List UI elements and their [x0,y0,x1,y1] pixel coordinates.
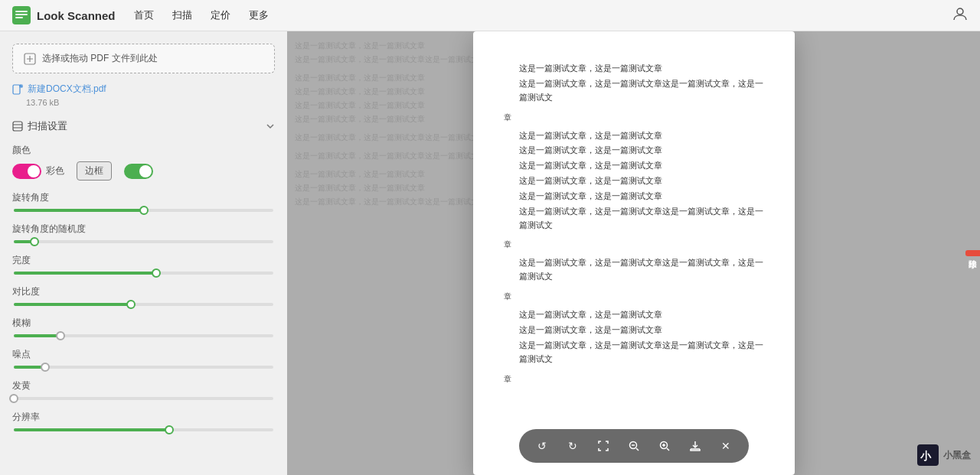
header: Look Scanned 首页 扫描 定价 更多 [0,0,980,31]
bw-toggle[interactable] [124,164,153,179]
resolution-track[interactable] [14,428,273,431]
noise-label: 噪点 [12,348,275,361]
settings-icon [12,121,23,132]
settings-title: 扫描设置 [12,119,67,133]
blur-track[interactable] [14,334,273,337]
resolution-label: 分辨率 [12,411,275,424]
bottom-logo: 小 小黑盒 [917,444,971,466]
yellowing-slider-container: 发黄 [12,379,275,400]
bw-button[interactable]: 边框 [77,161,112,181]
doc-bullet-3: 章 [504,291,764,302]
doc-line-2: 这是一篇测试文章，这是一篇测试文章这是一篇测试文章，这是一篇测试文 [504,77,764,105]
doc-bullet-2: 章 [504,239,764,250]
blur-label: 模糊 [12,317,275,330]
logo-icon [12,6,31,24]
chevron-down-icon [266,122,275,131]
user-icon[interactable] [952,6,968,24]
watermark-badge[interactable]: 移除水印 [965,250,980,256]
logo: Look Scanned [12,6,116,24]
download-button[interactable] [684,435,706,457]
nav-more[interactable]: 更多 [249,8,269,22]
blur-fill [14,334,60,337]
rotation-rand-thumb[interactable] [30,237,39,246]
settings-header[interactable]: 扫描设置 [12,119,275,133]
nav-scan[interactable]: 扫描 [172,8,192,22]
sidebar: 选择或拖动 PDF 文件到此处 新建DOCX文档.pdf 13.76 kB [0,31,287,475]
yellowing-thumb[interactable] [9,394,18,403]
svg-rect-6 [13,85,20,94]
svg-rect-8 [13,122,22,131]
contrast-thumb[interactable] [126,300,136,309]
doc-line-10: 这是一篇测试文章，这是一篇测试文章 [504,308,764,322]
color-label: 颜色 [12,144,275,157]
rotation-fill [14,209,144,212]
rotation-label: 旋转角度 [12,191,275,204]
close-button[interactable]: ✕ [715,435,737,457]
noise-track[interactable] [14,366,273,369]
color-toggle-label: 彩色 [46,164,64,177]
rotation-rand-slider-container: 旋转角度的随机度 [12,223,275,243]
settings-label: 扫描设置 [28,119,67,133]
upload-icon [24,53,36,65]
resolution-fill [14,428,169,431]
doc-line-1: 这是一篇测试文章，这是一篇测试文章 [504,62,764,76]
completeness-thumb[interactable] [152,268,161,278]
rotation-rand-label: 旋转角度的随机度 [12,223,275,236]
rotate-left-button[interactable]: ↺ [531,435,553,457]
rotate-right-button[interactable]: ↻ [562,435,583,457]
toggle-row: 彩色 边框 [12,161,153,181]
main-layout: 选择或拖动 PDF 文件到此处 新建DOCX文档.pdf 13.76 kB [0,31,980,475]
completeness-fill [14,272,156,275]
file-upload-area[interactable]: 选择或拖动 PDF 文件到此处 [12,44,275,73]
file-info: 新建DOCX文档.pdf 13.76 kB [12,83,275,107]
contrast-label: 对比度 [12,285,275,298]
svg-text:小: 小 [920,450,932,462]
svg-rect-2 [15,14,28,15]
svg-line-13 [636,448,639,451]
resolution-thumb[interactable] [165,425,174,434]
svg-rect-3 [15,17,23,18]
fit-page-button[interactable] [593,435,614,457]
completeness-slider-container: 完度 [12,254,275,275]
rotation-rand-track[interactable] [14,240,273,243]
noise-thumb[interactable] [41,363,50,372]
file-icon [12,84,23,95]
doc-line-6: 这是一篇测试文章，这是一篇测试文章 [504,174,764,188]
yellowing-track[interactable] [14,397,273,400]
blur-slider-container: 模糊 [12,317,275,337]
upload-label: 选择或拖动 PDF 文件到此处 [42,52,158,65]
completeness-track[interactable] [14,272,273,275]
contrast-fill [14,303,131,306]
zoom-in-button[interactable] [654,435,675,457]
noise-slider-container: 噪点 [12,348,275,369]
doc-line-4: 这是一篇测试文章，这是一篇测试文章 [504,144,764,158]
svg-line-17 [667,448,669,451]
doc-line-3: 这是一篇测试文章，这是一篇测试文章 [504,129,764,143]
document-preview: 这是一篇测试文章，这是一篇测试文章 这是一篇测试文章，这是一篇测试文章这是一篇测… [473,31,795,475]
zoom-out-button[interactable] [623,435,645,457]
doc-line-9: 这是一篇测试文章，这是一篇测试文章这是一篇测试文章，这是一篇测试文 [504,256,764,284]
doc-bullet-1: 章 [504,112,764,123]
main-nav: 首页 扫描 定价 更多 [134,8,269,22]
doc-line-11: 这是一篇测试文章，这是一篇测试文章 [504,324,764,337]
rotation-track[interactable] [14,209,273,212]
resolution-slider-container: 分辨率 [12,411,275,431]
svg-rect-1 [15,11,28,12]
nav-pricing[interactable]: 定价 [211,8,230,22]
completeness-label: 完度 [12,254,275,267]
contrast-slider-container: 对比度 [12,285,275,306]
rotation-slider-container: 旋转角度 [12,191,275,212]
nav-home[interactable]: 首页 [134,8,154,22]
color-setting: 颜色 彩色 边框 [12,144,275,181]
modal-overlay: 这是一篇测试文章，这是一篇测试文章 这是一篇测试文章，这是一篇测试文章这是一篇测… [287,31,980,475]
bottom-logo-text: 小黑盒 [943,449,971,462]
color-toggle[interactable] [12,164,41,179]
doc-line-8: 这是一篇测试文章，这是一篇测试文章这是一篇测试文章，这是一篇测试文 [504,205,764,233]
rotation-thumb[interactable] [139,206,149,215]
file-name: 新建DOCX文档.pdf [28,83,106,96]
contrast-track[interactable] [14,303,273,306]
svg-point-4 [957,8,963,15]
blur-thumb[interactable] [56,331,65,340]
file-name-row: 新建DOCX文档.pdf [12,83,275,96]
yellowing-label: 发黄 [12,379,275,392]
